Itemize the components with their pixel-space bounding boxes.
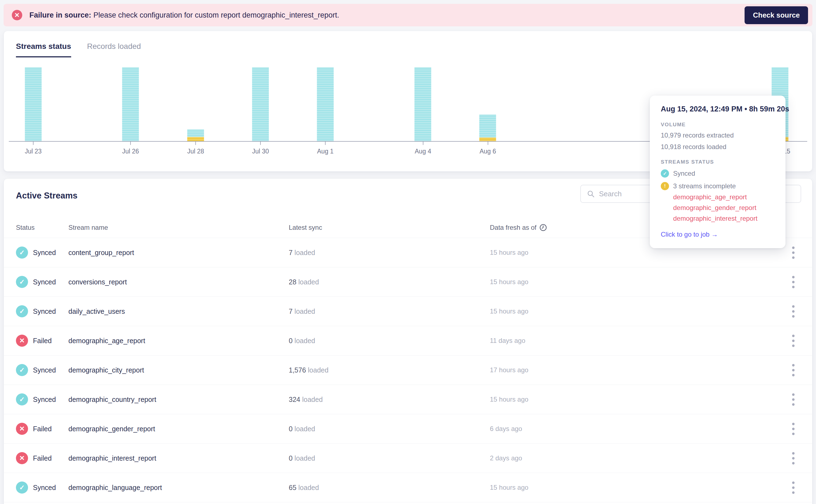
status-label: Failed [33,337,52,345]
synced-check-icon: ✓ [661,169,669,178]
loaded-value: 28 [289,278,297,286]
sync-bar-jul-26[interactable] [122,67,139,141]
row-menu-kebab-icon[interactable] [790,392,796,407]
stream-name: demographic_language_report [68,484,289,492]
loaded-unit: loaded [298,278,319,286]
row-menu-kebab-icon[interactable] [790,274,796,290]
axis-tick [260,142,261,145]
loaded-value: 0 [289,454,293,462]
bar-synced-segment [415,67,431,141]
sync-bar-jul-23[interactable] [25,67,41,141]
fresh-value: 2 days ago [490,454,779,462]
sync-bar-aug-1[interactable] [317,67,334,141]
stream-name: daily_active_users [68,307,289,315]
synced-icon: ✓ [16,364,28,376]
synced-icon: ✓ [16,393,28,405]
sync-tooltip: Aug 15, 2024, 12:49 PM • 8h 59m 20s VOLU… [650,96,786,248]
status-label: Synced [33,278,56,286]
row-menu-kebab-icon[interactable] [790,421,796,437]
status-label: Synced [33,366,56,374]
loaded-value: 65 [289,484,297,491]
table-row: ✓ Synced demographic_language_report 65 … [4,473,812,502]
row-menu-kebab-icon[interactable] [790,362,796,378]
stream-name: demographic_interest_report [68,454,289,462]
row-menu-kebab-icon[interactable] [790,333,796,349]
sync-bar-jul-30[interactable] [252,67,269,141]
banner-message: Failure in source:Please check configura… [29,11,339,19]
go-to-job-link[interactable]: Click to go to job → [661,231,718,238]
check-source-button[interactable]: Check source [745,6,808,24]
loaded-value: 1,576 [289,366,306,374]
fresh-value: 11 days ago [490,337,779,345]
bar-incomplete-segment [187,137,204,141]
sync-bar-jul-28[interactable] [187,67,204,141]
sync-bar-aug-4[interactable] [415,67,431,141]
synced-icon: ✓ [16,276,28,288]
axis-tick [195,142,196,145]
row-menu-kebab-icon[interactable] [790,245,796,261]
fresh-value: 17 hours ago [490,366,779,374]
axis-label: Jul 30 [252,148,269,155]
row-menu-kebab-icon[interactable] [790,450,796,466]
fresh-value: 15 hours ago [490,278,779,286]
error-circle-icon: ✕ [12,10,22,20]
loaded-value: 0 [289,425,293,433]
tooltip-volume-label: VOLUME [661,122,775,128]
incomplete-stream-link[interactable]: demographic_gender_report [673,204,775,212]
table-row: ✓ Synced conversions_report 28 loaded 15… [4,267,812,297]
tab-streams-status[interactable]: Streams status [16,42,71,57]
incomplete-stream-link[interactable]: demographic_interest_report [673,215,775,222]
error-banner: ✕ Failure in source:Please check configu… [4,4,812,26]
loaded-unit: loaded [302,396,323,403]
table-row: ✓ Synced daily_active_users 7 loaded 15 … [4,297,812,326]
synced-icon: ✓ [16,481,28,494]
banner-message-text: Please check configuration for custom re… [93,11,339,19]
stream-name: demographic_city_report [68,366,289,374]
axis-tick [423,142,423,145]
row-menu-kebab-icon[interactable] [790,304,796,319]
row-menu-kebab-icon[interactable] [790,480,796,495]
fresh-value: 15 hours ago [490,484,779,491]
fresh-value: 15 hours ago [490,307,779,315]
status-label: Synced [33,484,56,492]
fresh-value: 15 hours ago [490,396,779,403]
status-label: Failed [33,425,52,433]
stream-name: demographic_country_report [68,396,289,404]
fresh-value: 6 days ago [490,425,779,433]
tooltip-incomplete-label: 3 streams incomplete [673,182,736,190]
loaded-value: 324 [289,396,300,403]
status-label: Failed [33,454,52,462]
axis-label: Aug 4 [415,148,431,155]
tooltip-incomplete-links: demographic_age_reportdemographic_gender… [673,193,775,222]
table-row: ✕ Failed demographic_interest_report 0 l… [4,444,812,473]
stream-name: demographic_age_report [68,337,289,345]
tooltip-records-loaded: 10,918 records loaded [661,143,775,151]
table-row: ✓ Synced demographic_country_report 324 … [4,385,812,414]
axis-tick [130,142,131,145]
section-title: Active Streams [16,191,77,201]
streams-table: Status Stream name Latest sync Data fres… [4,217,812,502]
stream-name: demographic_gender_report [68,425,289,433]
header-data-fresh-label: Data fresh as of [490,224,536,231]
axis-tick [488,142,488,145]
status-label: Synced [33,396,56,404]
header-latest-sync: Latest sync [289,224,490,231]
status-label: Synced [33,307,56,315]
axis-label: Jul 28 [187,148,204,155]
banner-message-bold: Failure in source: [29,11,91,19]
tab-records-loaded[interactable]: Records loaded [87,42,141,57]
axis-tick [33,142,33,145]
bar-synced-segment [187,129,204,137]
search-icon [587,190,594,198]
sync-bar-aug-6[interactable] [479,67,496,141]
axis-label: Aug 1 [317,148,334,155]
bar-synced-segment [122,67,139,141]
table-body: ✓ Synced content_group_report 7 loaded 1… [4,238,812,502]
incomplete-stream-link[interactable]: demographic_age_report [673,193,775,201]
tooltip-synced-label: Synced [673,170,695,177]
failed-icon: ✕ [16,423,28,435]
loaded-unit: loaded [295,307,315,315]
synced-icon: ✓ [16,247,28,259]
header-stream-name: Stream name [68,224,289,231]
bar-synced-segment [252,67,269,141]
